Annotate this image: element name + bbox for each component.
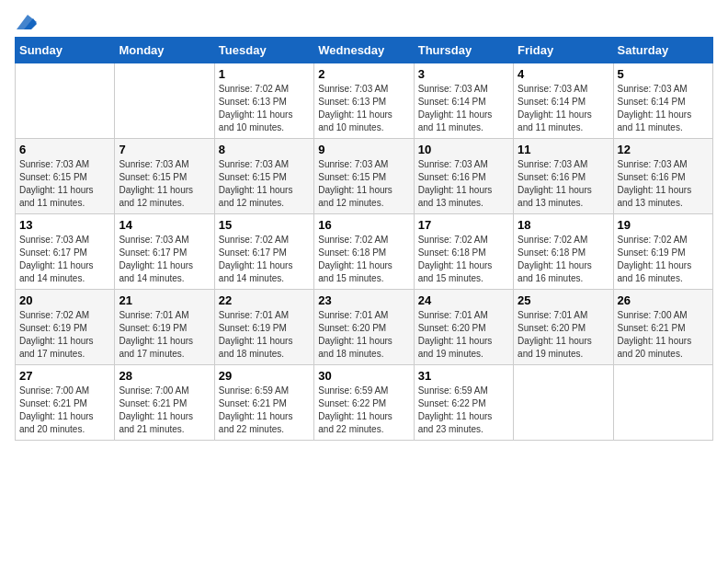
calendar-cell: 18Sunrise: 7:02 AM Sunset: 6:18 PM Dayli… xyxy=(514,214,613,290)
day-info: Sunrise: 7:03 AM Sunset: 6:17 PM Dayligh… xyxy=(119,234,210,285)
day-info: Sunrise: 7:03 AM Sunset: 6:15 PM Dayligh… xyxy=(219,158,310,210)
day-info: Sunrise: 7:02 AM Sunset: 6:19 PM Dayligh… xyxy=(19,309,110,361)
calendar-week-2: 6Sunrise: 7:03 AM Sunset: 6:15 PM Daylig… xyxy=(16,139,713,214)
calendar-cell: 22Sunrise: 7:01 AM Sunset: 6:19 PM Dayli… xyxy=(214,290,313,365)
calendar-cell: 27Sunrise: 7:00 AM Sunset: 6:21 PM Dayli… xyxy=(16,365,115,441)
calendar-week-5: 27Sunrise: 7:00 AM Sunset: 6:21 PM Dayli… xyxy=(16,365,713,441)
calendar-header-sunday: Sunday xyxy=(16,38,115,63)
calendar-week-4: 20Sunrise: 7:02 AM Sunset: 6:19 PM Dayli… xyxy=(16,290,713,365)
calendar-cell: 21Sunrise: 7:01 AM Sunset: 6:19 PM Dayli… xyxy=(115,290,214,365)
day-info: Sunrise: 7:03 AM Sunset: 6:14 PM Dayligh… xyxy=(618,83,709,134)
calendar-header-saturday: Saturday xyxy=(613,38,712,63)
calendar-cell: 14Sunrise: 7:03 AM Sunset: 6:17 PM Dayli… xyxy=(115,214,214,290)
day-number: 9 xyxy=(318,143,409,156)
day-number: 20 xyxy=(19,293,110,307)
day-number: 16 xyxy=(318,218,409,232)
logo-icon xyxy=(17,15,37,29)
calendar-cell: 13Sunrise: 7:03 AM Sunset: 6:17 PM Dayli… xyxy=(16,214,115,290)
day-number: 10 xyxy=(418,143,509,156)
day-number: 19 xyxy=(618,218,709,232)
day-number: 12 xyxy=(618,143,709,156)
day-number: 4 xyxy=(518,67,609,81)
calendar-header-thursday: Thursday xyxy=(414,38,513,63)
calendar-cell: 15Sunrise: 7:02 AM Sunset: 6:17 PM Dayli… xyxy=(214,214,313,290)
day-number: 22 xyxy=(219,293,310,307)
calendar-cell: 17Sunrise: 7:02 AM Sunset: 6:18 PM Dayli… xyxy=(414,214,513,290)
day-info: Sunrise: 7:03 AM Sunset: 6:15 PM Dayligh… xyxy=(19,158,110,210)
day-info: Sunrise: 7:02 AM Sunset: 6:18 PM Dayligh… xyxy=(518,234,609,285)
day-info: Sunrise: 7:00 AM Sunset: 6:21 PM Dayligh… xyxy=(19,385,110,436)
calendar-cell: 6Sunrise: 7:03 AM Sunset: 6:15 PM Daylig… xyxy=(16,139,115,214)
calendar-table: SundayMondayTuesdayWednesdayThursdayFrid… xyxy=(15,37,713,441)
day-number: 7 xyxy=(119,143,210,156)
day-number: 31 xyxy=(418,369,509,383)
day-info: Sunrise: 7:01 AM Sunset: 6:19 PM Dayligh… xyxy=(219,309,310,361)
calendar-body: 1Sunrise: 7:02 AM Sunset: 6:13 PM Daylig… xyxy=(16,63,713,441)
day-info: Sunrise: 7:01 AM Sunset: 6:20 PM Dayligh… xyxy=(418,309,509,361)
calendar-cell xyxy=(115,63,214,139)
day-number: 3 xyxy=(418,67,509,81)
calendar-cell: 19Sunrise: 7:02 AM Sunset: 6:19 PM Dayli… xyxy=(613,214,712,290)
calendar-cell xyxy=(16,63,115,139)
day-info: Sunrise: 7:03 AM Sunset: 6:15 PM Dayligh… xyxy=(119,158,210,210)
day-info: Sunrise: 6:59 AM Sunset: 6:22 PM Dayligh… xyxy=(318,385,409,436)
day-info: Sunrise: 7:02 AM Sunset: 6:19 PM Dayligh… xyxy=(618,234,709,285)
day-number: 5 xyxy=(618,67,709,81)
calendar-cell: 10Sunrise: 7:03 AM Sunset: 6:16 PM Dayli… xyxy=(414,139,513,214)
day-number: 29 xyxy=(219,369,310,383)
day-info: Sunrise: 7:03 AM Sunset: 6:15 PM Dayligh… xyxy=(318,158,409,210)
day-info: Sunrise: 7:02 AM Sunset: 6:18 PM Dayligh… xyxy=(318,234,409,285)
day-number: 17 xyxy=(418,218,509,232)
calendar-cell: 30Sunrise: 6:59 AM Sunset: 6:22 PM Dayli… xyxy=(314,365,414,441)
day-info: Sunrise: 7:01 AM Sunset: 6:19 PM Dayligh… xyxy=(119,309,210,361)
day-number: 28 xyxy=(119,369,210,383)
calendar-cell: 23Sunrise: 7:01 AM Sunset: 6:20 PM Dayli… xyxy=(314,290,414,365)
calendar-cell: 9Sunrise: 7:03 AM Sunset: 6:15 PM Daylig… xyxy=(314,139,414,214)
day-number: 8 xyxy=(219,143,310,156)
calendar-cell: 25Sunrise: 7:01 AM Sunset: 6:20 PM Dayli… xyxy=(514,290,613,365)
calendar-cell: 5Sunrise: 7:03 AM Sunset: 6:14 PM Daylig… xyxy=(613,63,712,139)
calendar-cell: 28Sunrise: 7:00 AM Sunset: 6:21 PM Dayli… xyxy=(115,365,214,441)
calendar-header-monday: Monday xyxy=(115,38,214,63)
calendar-cell: 3Sunrise: 7:03 AM Sunset: 6:14 PM Daylig… xyxy=(414,63,513,139)
day-info: Sunrise: 7:02 AM Sunset: 6:13 PM Dayligh… xyxy=(219,83,310,134)
day-info: Sunrise: 7:03 AM Sunset: 6:16 PM Dayligh… xyxy=(418,158,509,210)
logo xyxy=(15,15,37,29)
day-info: Sunrise: 7:02 AM Sunset: 6:17 PM Dayligh… xyxy=(219,234,310,285)
day-info: Sunrise: 6:59 AM Sunset: 6:21 PM Dayligh… xyxy=(219,385,310,436)
calendar-cell: 11Sunrise: 7:03 AM Sunset: 6:16 PM Dayli… xyxy=(514,139,613,214)
calendar-cell: 2Sunrise: 7:03 AM Sunset: 6:13 PM Daylig… xyxy=(314,63,414,139)
day-number: 18 xyxy=(518,218,609,232)
calendar-cell: 4Sunrise: 7:03 AM Sunset: 6:14 PM Daylig… xyxy=(514,63,613,139)
day-number: 13 xyxy=(19,218,110,232)
calendar-cell: 8Sunrise: 7:03 AM Sunset: 6:15 PM Daylig… xyxy=(214,139,313,214)
day-info: Sunrise: 7:03 AM Sunset: 6:16 PM Dayligh… xyxy=(518,158,609,210)
calendar-cell: 1Sunrise: 7:02 AM Sunset: 6:13 PM Daylig… xyxy=(214,63,313,139)
calendar-cell: 24Sunrise: 7:01 AM Sunset: 6:20 PM Dayli… xyxy=(414,290,513,365)
calendar-header-tuesday: Tuesday xyxy=(214,38,313,63)
calendar-header-wednesday: Wednesday xyxy=(314,38,414,63)
day-number: 27 xyxy=(19,369,110,383)
calendar-week-3: 13Sunrise: 7:03 AM Sunset: 6:17 PM Dayli… xyxy=(16,214,713,290)
day-number: 25 xyxy=(518,293,609,307)
day-number: 1 xyxy=(219,67,310,81)
calendar-header-friday: Friday xyxy=(514,38,613,63)
calendar-header-row: SundayMondayTuesdayWednesdayThursdayFrid… xyxy=(16,38,713,63)
day-info: Sunrise: 7:03 AM Sunset: 6:17 PM Dayligh… xyxy=(19,234,110,285)
day-number: 21 xyxy=(119,293,210,307)
day-info: Sunrise: 7:01 AM Sunset: 6:20 PM Dayligh… xyxy=(518,309,609,361)
calendar-cell xyxy=(514,365,613,441)
calendar-cell: 20Sunrise: 7:02 AM Sunset: 6:19 PM Dayli… xyxy=(16,290,115,365)
day-info: Sunrise: 7:02 AM Sunset: 6:18 PM Dayligh… xyxy=(418,234,509,285)
day-info: Sunrise: 7:03 AM Sunset: 6:16 PM Dayligh… xyxy=(618,158,709,210)
calendar-cell: 29Sunrise: 6:59 AM Sunset: 6:21 PM Dayli… xyxy=(214,365,313,441)
calendar-cell: 12Sunrise: 7:03 AM Sunset: 6:16 PM Dayli… xyxy=(613,139,712,214)
day-number: 30 xyxy=(318,369,409,383)
day-info: Sunrise: 7:03 AM Sunset: 6:14 PM Dayligh… xyxy=(418,83,509,134)
day-number: 26 xyxy=(618,293,709,307)
day-number: 11 xyxy=(518,143,609,156)
day-info: Sunrise: 7:03 AM Sunset: 6:14 PM Dayligh… xyxy=(518,83,609,134)
calendar-cell: 26Sunrise: 7:00 AM Sunset: 6:21 PM Dayli… xyxy=(613,290,712,365)
day-info: Sunrise: 7:00 AM Sunset: 6:21 PM Dayligh… xyxy=(618,309,709,361)
day-info: Sunrise: 7:01 AM Sunset: 6:20 PM Dayligh… xyxy=(318,309,409,361)
